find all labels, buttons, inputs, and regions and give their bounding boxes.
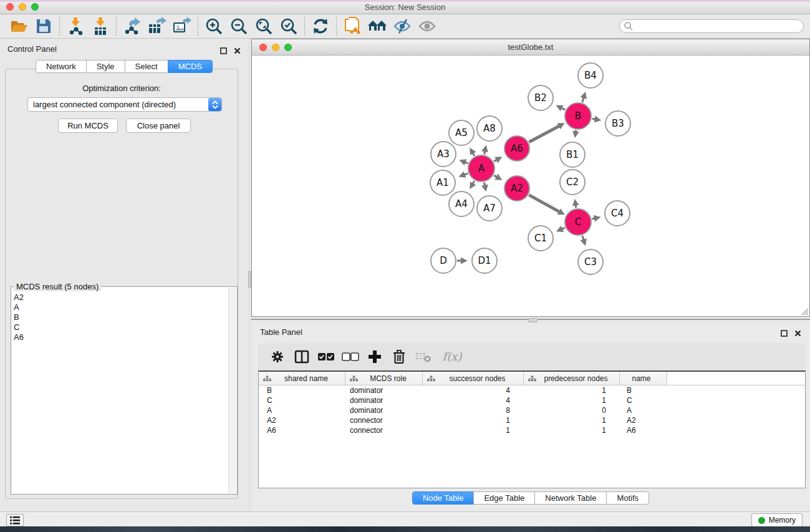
window-titlebar[interactable]: Session: New Session [0,0,810,14]
column-header-predecessor-nodes[interactable]: predecessor nodes [524,372,620,385]
node-A[interactable]: A [468,155,494,181]
result-item[interactable]: A6 [14,332,227,342]
cell[interactable]: C [259,396,345,405]
cell[interactable]: 1 [524,386,620,395]
node-B[interactable]: B [565,103,591,129]
refresh-icon[interactable] [308,16,333,36]
edge-A2-C[interactable] [529,195,559,212]
export-table-icon[interactable] [145,16,170,36]
edge-C-C4[interactable] [592,218,594,219]
column-header-shared-name[interactable]: shared name [259,372,345,385]
edge-A6-B[interactable] [529,126,559,142]
result-item[interactable]: A [14,302,227,312]
node-A6[interactable]: A6 [504,136,529,161]
cell[interactable]: 1 [524,426,620,435]
node-C4[interactable]: C4 [605,201,630,226]
node-A4[interactable]: A4 [449,191,474,216]
network-graph[interactable]: AA1A2A3A4A5A6A7A8BB1B2B3B4CC1C2C3C4DD1 [252,56,809,316]
node-C2[interactable]: C2 [560,170,585,195]
table-row[interactable]: Bdominator41B [259,385,805,395]
optimization-criterion-select[interactable]: largest connected component (directed) [27,97,222,112]
node-C3[interactable]: C3 [578,249,603,274]
result-item[interactable]: A2 [14,293,227,302]
search-box[interactable] [619,19,804,33]
node-D1[interactable]: D1 [472,248,497,273]
import-network-icon[interactable] [63,16,88,36]
cell[interactable]: dominator [345,406,423,415]
cell[interactable]: 0 [524,406,620,415]
tab-select[interactable]: Select [125,60,168,73]
node-C1[interactable]: C1 [528,226,553,251]
tab-network[interactable]: Network [36,60,87,73]
cell[interactable]: A6 [620,426,667,435]
export-image-icon[interactable] [170,16,195,36]
edge-A-A2[interactable] [494,175,497,177]
cell[interactable]: dominator [345,386,423,395]
toggle-panel-columns-icon[interactable] [292,347,311,366]
node-A2[interactable]: A2 [504,176,529,201]
cell[interactable]: connector [345,426,423,435]
result-item[interactable]: C [14,322,227,332]
node-B1[interactable]: B1 [560,142,585,167]
search-input[interactable] [634,20,803,32]
edge-A-A3[interactable] [465,162,468,163]
zoom-out-icon[interactable] [226,16,251,36]
select-all-checkboxes-icon[interactable] [317,347,335,366]
node-B4[interactable]: B4 [578,63,603,88]
zoom-selected-icon[interactable] [276,16,301,36]
float-panel-icon[interactable] [220,46,227,57]
result-scrollbar[interactable] [228,288,236,493]
cell[interactable]: C [620,396,667,405]
edge-A-A8[interactable] [485,151,485,154]
cell[interactable]: A6 [259,426,345,435]
float-panel-icon[interactable] [781,328,788,339]
node-A7[interactable]: A7 [477,196,502,221]
edge-B-B4[interactable] [582,97,584,102]
cell[interactable]: 1 [423,426,524,435]
node-A8[interactable]: A8 [477,116,502,141]
close-panel-icon[interactable] [794,328,801,339]
edge-A-A7[interactable] [485,183,485,186]
edge-A-A6[interactable] [494,160,497,162]
node-B3[interactable]: B3 [605,111,630,136]
export-network-icon[interactable] [120,16,145,36]
zoom-fit-icon[interactable] [251,16,276,36]
edge-A-A4[interactable] [473,181,475,184]
edge-A-A1[interactable] [465,173,468,175]
cell[interactable]: B [620,386,667,395]
delete-table-icon[interactable] [414,347,433,366]
table-row[interactable]: Adominator80A [259,405,805,415]
delete-columns-icon[interactable] [390,347,408,366]
edge-C-C2[interactable] [576,205,576,208]
node-C[interactable]: C [565,209,591,235]
cell[interactable]: B [259,386,345,395]
tab-style[interactable]: Style [86,60,125,73]
result-item[interactable]: B [14,312,227,322]
node-D[interactable]: D [431,248,456,273]
cell[interactable]: dominator [345,396,423,405]
table-row[interactable]: A6connector11A6 [259,425,805,435]
divider-handle[interactable] [528,318,538,322]
tab-motifs[interactable]: Motifs [606,491,649,505]
cell[interactable]: 4 [423,386,524,395]
edge-B-B2[interactable] [561,108,565,110]
homes-icon[interactable] [365,16,390,36]
tab-edge-table[interactable]: Edge Table [473,491,535,505]
zoom-in-icon[interactable] [201,16,226,36]
cell[interactable]: A [620,406,667,415]
node-table[interactable]: shared nameMCDS rolesuccessor nodesprede… [258,370,806,488]
tab-network-table[interactable]: Network Table [534,491,607,505]
cell[interactable]: connector [345,416,423,425]
node-B2[interactable]: B2 [528,85,553,110]
edge-A-A5[interactable] [473,153,475,156]
mcds-result-list[interactable]: A2ABCA6 [14,293,227,493]
table-row[interactable]: A2connector11A2 [259,415,805,425]
tab-node-table[interactable]: Node Table [412,491,475,505]
column-header-MCDS-role[interactable]: MCDS role [345,372,423,385]
table-row[interactable]: Cdominator41C [259,395,805,405]
edge-C-C1[interactable] [562,228,565,229]
memory-button[interactable]: Memory [751,513,803,527]
network-canvas[interactable]: AA1A2A3A4A5A6A7A8BB1B2B3B4CC1C2C3C4DD1 [252,56,809,316]
cell[interactable]: A [259,406,345,415]
close-panel-icon[interactable] [234,46,241,57]
